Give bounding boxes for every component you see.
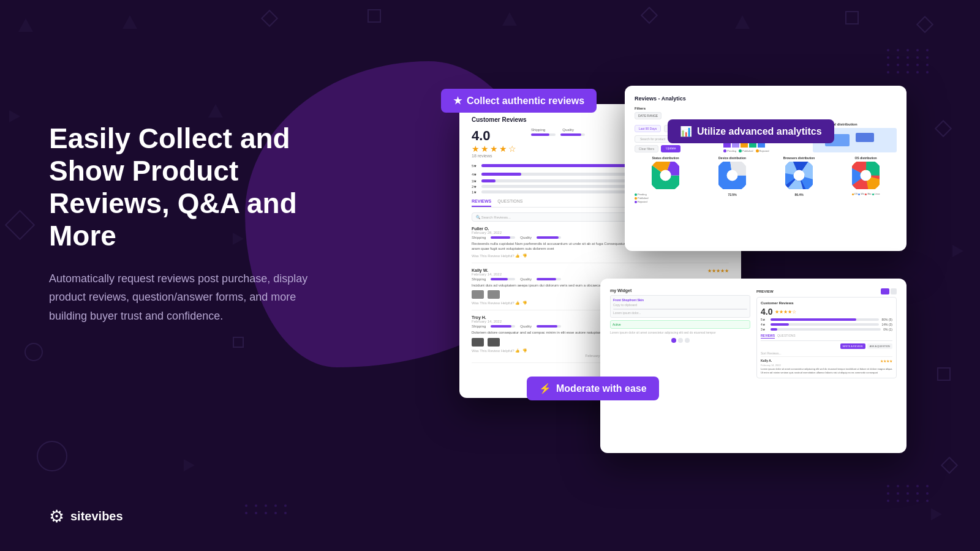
screenshots-area: ★ Collect authentic reviews 📊 Utilize ad… [429, 0, 980, 551]
chart-icon: 📊 [680, 126, 692, 137]
badge-collect: ★ Collect authentic reviews [441, 89, 597, 113]
reviews-count: 18 reviews [472, 154, 518, 158]
rating-stars: ★★★★☆ [472, 144, 518, 154]
moderate-icon: ⚡ [539, 383, 551, 394]
badge-moderate: ⚡ Moderate with ease [527, 377, 659, 400]
page-title: Easily Collect and Show Product Reviews,… [49, 122, 331, 252]
logo-text: sitevibes [70, 509, 123, 523]
page-subtitle: Automatically request reviews post purch… [49, 269, 331, 326]
logo-icon: ⚙ [49, 506, 64, 527]
screenshot-widget: my Widget Front Shopfront Skin Copy to c… [600, 279, 907, 453]
badge-analytics: 📊 Utilize advanced analytitcs [668, 119, 834, 143]
star-icon: ★ [453, 95, 462, 107]
screenshot-analytics: Reviews - Analytics Filters DATE RANGE L… [625, 86, 907, 251]
tab-reviews[interactable]: REVIEWS [472, 199, 491, 207]
logo: ⚙ sitevibes [49, 506, 123, 527]
analytics-title: Reviews - Analytics [635, 96, 897, 102]
tab-questions[interactable]: QUESTIONS [497, 199, 522, 207]
rating-big: 4.0 [472, 128, 518, 144]
left-content: Easily Collect and Show Product Reviews,… [49, 122, 331, 325]
